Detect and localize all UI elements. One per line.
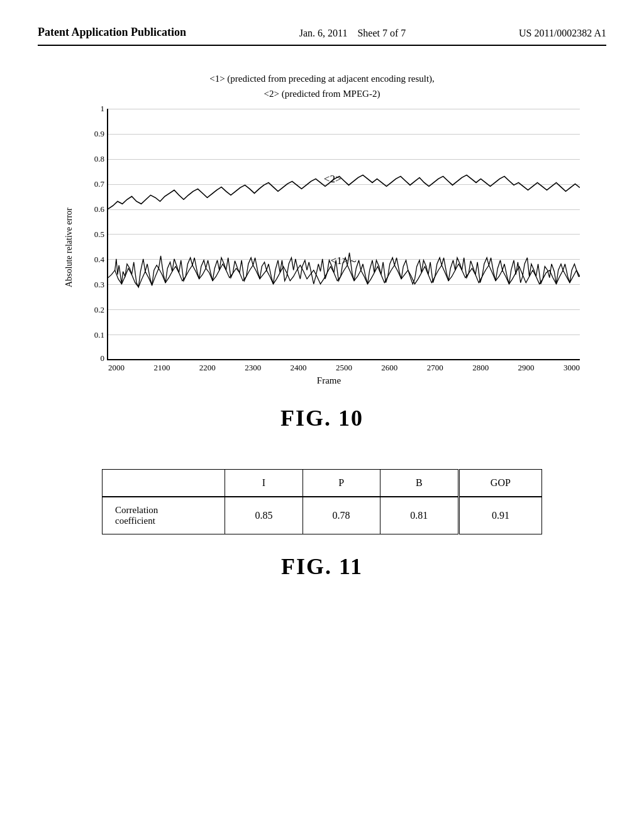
- chart-legend: <1> (predicted from preceding at adjacen…: [64, 71, 580, 101]
- y-tick-08: 0.8: [94, 155, 104, 163]
- x-label-2300: 2300: [245, 363, 261, 373]
- x-label-2700: 2700: [427, 363, 443, 373]
- publication-title: Patent Application Publication: [38, 25, 186, 40]
- x-label-2600: 2600: [381, 363, 397, 373]
- y-tick-1: 1: [101, 104, 105, 113]
- table-cell-GOP: 0.91: [458, 497, 541, 534]
- x-label-2100: 2100: [153, 363, 170, 373]
- header-date: Jan. 6, 2011: [299, 28, 348, 38]
- page: Patent Application Publication Jan. 6, 2…: [0, 0, 644, 830]
- series2-line: [108, 175, 580, 209]
- table-header-I: I: [225, 470, 303, 497]
- patent-number: US 2011/0002382 A1: [519, 25, 606, 39]
- fig11-caption: FIG. 11: [38, 553, 606, 580]
- chart-svg: <2> <1>～: [108, 109, 580, 359]
- table-cell-P: 0.78: [303, 497, 380, 534]
- legend-line2: <2> (predicted from MPEG-2): [64, 86, 580, 101]
- x-label-2400: 2400: [291, 363, 307, 373]
- chart-container: Absolute relative error 1 0.9 0.8 0.7 0.…: [64, 109, 580, 386]
- y-tick-09: 0.9: [94, 130, 104, 138]
- header-sheet: Sheet 7 of 7: [357, 28, 406, 38]
- x-axis-title: Frame: [78, 375, 580, 386]
- y-tick-07: 0.7: [94, 180, 104, 188]
- x-label-2000: 2000: [108, 363, 125, 373]
- x-label-2200: 2200: [199, 363, 216, 373]
- table-header-GOP: GOP: [458, 470, 541, 497]
- series1-label-text: <1>～: [331, 255, 360, 267]
- table-header-B: B: [380, 470, 458, 497]
- y-tick-05: 0.5: [94, 230, 104, 238]
- table-cell-B: 0.81: [380, 497, 458, 534]
- table-header-empty: [103, 470, 225, 497]
- fig10-caption: FIG. 10: [38, 405, 606, 431]
- header-date-sheet: Jan. 6, 2011 Sheet 7 of 7: [299, 25, 406, 39]
- y-tick-01: 0.1: [94, 331, 104, 339]
- series2-label-text: <2>: [324, 174, 341, 185]
- y-tick-0: 0: [101, 354, 105, 362]
- table-cell-I: 0.85: [225, 497, 303, 534]
- y-tick-03: 0.3: [94, 280, 104, 289]
- x-label-3000: 3000: [564, 363, 580, 373]
- y-tick-labels: 1 0.9 0.8 0.7 0.6 0.5 0.4 0.3 0.2 0.1 0: [78, 109, 107, 360]
- x-labels-row: 2000 2100 2200 2300 2400 2500 2600 2700 …: [107, 360, 580, 373]
- fig11-table-section: I P B GOP Correlationcoefficient 0.85 0.…: [102, 469, 542, 534]
- legend-line1: <1> (predicted from preceding at adjacen…: [64, 71, 580, 86]
- table-row-label: Correlationcoefficient: [103, 497, 225, 534]
- x-axis-labels: 2000 2100 2200 2300 2400 2500 2600 2700 …: [107, 360, 580, 373]
- y-tick-06: 0.6: [94, 205, 104, 213]
- x-label-2500: 2500: [336, 363, 352, 373]
- chart-inner: 1 0.9 0.8 0.7 0.6 0.5 0.4 0.3 0.2 0.1 0: [78, 109, 580, 386]
- page-header: Patent Application Publication Jan. 6, 2…: [38, 25, 606, 46]
- y-axis-label: Absolute relative error: [64, 109, 74, 386]
- x-label-2800: 2800: [472, 363, 489, 373]
- y-tick-04: 0.4: [94, 255, 104, 263]
- table-data-row: Correlationcoefficient 0.85 0.78 0.81 0.…: [103, 497, 542, 534]
- table-header-row: I P B GOP: [103, 470, 542, 497]
- fig10-section: <1> (predicted from preceding at adjacen…: [64, 71, 580, 386]
- correlation-table: I P B GOP Correlationcoefficient 0.85 0.…: [102, 469, 542, 534]
- x-label-2900: 2900: [518, 363, 535, 373]
- y-tick-02: 0.2: [94, 306, 104, 314]
- table-header-P: P: [303, 470, 380, 497]
- chart-plot-area: <2> <1>～: [107, 109, 580, 360]
